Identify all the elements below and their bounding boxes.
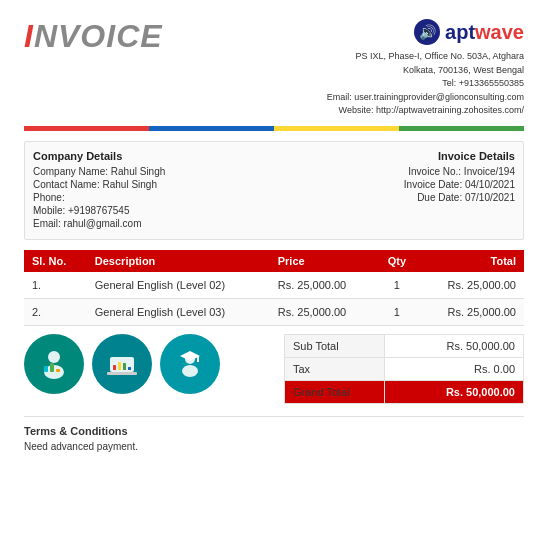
tax-value: Rs. 0.00: [385, 357, 524, 380]
col-qty: Qty: [375, 250, 418, 272]
terms-title: Terms & Conditions: [24, 425, 524, 437]
terms-section: Terms & Conditions Need advanced payment…: [24, 416, 524, 452]
svg-rect-10: [107, 372, 137, 375]
svg-rect-12: [118, 362, 121, 370]
table-row: 2. General English (Level 03) Rs. 25,000…: [24, 298, 524, 325]
svg-point-3: [48, 351, 60, 363]
grand-total-label: Grand Total: [285, 380, 385, 403]
svg-text:🔊: 🔊: [419, 24, 437, 41]
invoice-details: Invoice Details Invoice No.: Invoice/194…: [404, 150, 515, 231]
address-line-5: Website: http://aptwavetraining.zohosite…: [327, 104, 524, 118]
invoice-table: Sl. No. Description Price Qty Total 1. G…: [24, 250, 524, 326]
bar-green: [399, 126, 524, 131]
color-bar: [24, 126, 524, 131]
tax-row: Tax Rs. 0.00: [285, 357, 524, 380]
icons-area: [24, 334, 220, 394]
svg-rect-13: [123, 363, 126, 370]
svg-rect-7: [56, 369, 60, 372]
header: INVOICE 🔊 aptwave PS IXL, Phase-I, Offic…: [24, 18, 524, 118]
col-sl: Sl. No.: [24, 250, 87, 272]
company-line-2: Phone:: [33, 192, 404, 203]
subtotal-row: Sub Total Rs. 50,000.00: [285, 334, 524, 357]
row1-description: General English (Level 02): [87, 272, 270, 299]
svg-point-19: [182, 365, 198, 377]
subtotal-label: Sub Total: [285, 334, 385, 357]
invoice-title-rest: NVOICE: [34, 18, 163, 54]
row2-qty: 1: [375, 298, 418, 325]
subtotal-value: Rs. 50,000.00: [385, 334, 524, 357]
col-description: Description: [87, 250, 270, 272]
row2-sl: 2.: [24, 298, 87, 325]
company-line-3: Mobile: +9198767545: [33, 205, 404, 216]
bar-red: [24, 126, 149, 131]
table-row: 1. General English (Level 02) Rs. 25,000…: [24, 272, 524, 299]
address-line-1: PS IXL, Phase-I, Office No. 503A, Atghar…: [327, 50, 524, 64]
logo-address-area: 🔊 aptwave PS IXL, Phase-I, Office No. 50…: [327, 18, 524, 118]
graduate-icon: [170, 344, 210, 384]
icon-circle-3: [160, 334, 220, 394]
icon-circle-2: [92, 334, 152, 394]
row2-price: Rs. 25,000.00: [270, 298, 376, 325]
invoice-title: INVOICE: [24, 18, 163, 55]
invoice-line-0: Invoice No.: Invoice/194: [404, 166, 515, 177]
invoice-details-title: Invoice Details: [404, 150, 515, 162]
row1-total: Rs. 25,000.00: [418, 272, 524, 299]
laptop-chart-icon: [102, 344, 142, 384]
teacher-icon: [34, 344, 74, 384]
grand-total-row: Grand Total Rs. 50,000.00: [285, 380, 524, 403]
row2-description: General English (Level 03): [87, 298, 270, 325]
logo-apt: apt: [445, 21, 475, 43]
terms-text: Need advanced payment.: [24, 441, 524, 452]
bar-yellow: [274, 126, 399, 131]
svg-rect-14: [128, 367, 131, 370]
svg-rect-18: [197, 356, 199, 362]
col-price: Price: [270, 250, 376, 272]
totals-area: Sub Total Rs. 50,000.00 Tax Rs. 0.00 Gra…: [284, 334, 524, 404]
logo-wave: wave: [475, 21, 524, 43]
company-line-0: Company Name: Rahul Singh: [33, 166, 404, 177]
address-line-4: Email: user.trainingprovider@glionconsul…: [327, 91, 524, 105]
svg-rect-11: [113, 365, 116, 370]
company-details-title: Company Details: [33, 150, 404, 162]
bar-blue: [149, 126, 274, 131]
address-line-2: Kolkata, 700136, West Bengal: [327, 64, 524, 78]
row1-qty: 1: [375, 272, 418, 299]
row1-sl: 1.: [24, 272, 87, 299]
bottom-section: Sub Total Rs. 50,000.00 Tax Rs. 0.00 Gra…: [24, 334, 524, 404]
invoice-page: INVOICE 🔊 aptwave PS IXL, Phase-I, Offic…: [0, 0, 548, 470]
row1-price: Rs. 25,000.00: [270, 272, 376, 299]
company-line-1: Contact Name: Rahul Singh: [33, 179, 404, 190]
details-row: Company Details Company Name: Rahul Sing…: [24, 141, 524, 240]
company-address: PS IXL, Phase-I, Office No. 503A, Atghar…: [327, 50, 524, 118]
grand-total-value: Rs. 50,000.00: [385, 380, 524, 403]
company-line-4: Email: rahul@gmail.com: [33, 218, 404, 229]
table-header-row: Sl. No. Description Price Qty Total: [24, 250, 524, 272]
invoice-title-area: INVOICE: [24, 18, 163, 55]
totals-table: Sub Total Rs. 50,000.00 Tax Rs. 0.00 Gra…: [284, 334, 524, 404]
invoice-line-1: Invoice Date: 04/10/2021: [404, 179, 515, 190]
col-total: Total: [418, 250, 524, 272]
svg-rect-6: [50, 363, 54, 372]
icon-circle-1: [24, 334, 84, 394]
logo: 🔊 aptwave: [327, 18, 524, 46]
logo-text: aptwave: [445, 21, 524, 44]
aptwave-logo-icon: 🔊: [413, 18, 441, 46]
tax-label: Tax: [285, 357, 385, 380]
company-details: Company Details Company Name: Rahul Sing…: [33, 150, 404, 231]
row2-total: Rs. 25,000.00: [418, 298, 524, 325]
address-line-3: Tel: +913365550385: [327, 77, 524, 91]
invoice-title-i: I: [24, 18, 34, 54]
svg-rect-5: [44, 366, 48, 372]
invoice-line-2: Due Date: 07/10/2021: [404, 192, 515, 203]
